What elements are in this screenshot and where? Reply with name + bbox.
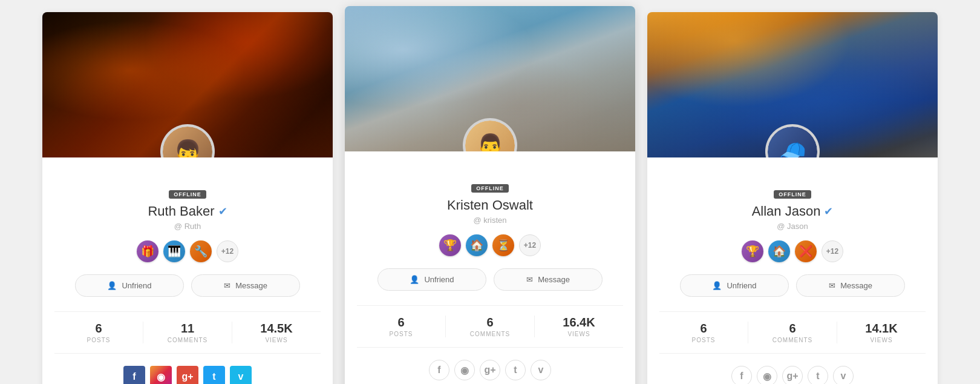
message-button[interactable]: ✉Message <box>796 274 905 297</box>
stat-value: 16.4K <box>535 316 623 329</box>
card-ruth-baker: 👦OFFLINERuth Baker✔@ Ruth🎁🎹🔧+12👤Unfriend… <box>42 12 333 384</box>
stats-row: 6POSTS6COMMENTS14.1KVIEWS <box>659 311 926 354</box>
message-icon: ✉ <box>526 275 533 284</box>
username-handle: @ Ruth <box>54 222 321 231</box>
social-vimeo-button[interactable]: v <box>230 366 252 384</box>
user-name: Kristen Oswalt <box>357 197 623 213</box>
stat-value: 14.5K <box>232 322 321 336</box>
stat-label: POSTS <box>659 337 748 343</box>
badges-row: 🏆🏠⏳+12 <box>357 234 623 256</box>
avatar: 👦 <box>160 124 215 157</box>
cover-image: 👨 <box>345 6 635 151</box>
unfriend-button[interactable]: 👤Unfriend <box>680 274 789 297</box>
social-facebook-button[interactable]: f <box>123 366 145 384</box>
username-handle: @ Jason <box>659 222 926 231</box>
social-instagram-button[interactable]: ◉ <box>757 366 777 384</box>
stat-label: VIEWS <box>837 337 926 343</box>
badges-row: 🏆🏠❌+12 <box>659 240 926 262</box>
social-facebook-button[interactable]: f <box>731 366 752 384</box>
badges-more: +12 <box>217 240 238 262</box>
unfriend-button[interactable]: 👤Unfriend <box>377 268 486 291</box>
stat-label: VIEWS <box>535 331 623 337</box>
stat-views: 14.1KVIEWS <box>837 322 926 343</box>
stat-label: VIEWS <box>232 337 321 343</box>
card-body: OFFLINERuth Baker✔@ Ruth🎁🎹🔧+12👤Unfriend✉… <box>42 157 333 384</box>
stat-views: 14.5KVIEWS <box>232 322 321 343</box>
unfriend-icon: 👤 <box>107 281 117 290</box>
stat-label: POSTS <box>54 337 143 343</box>
card-allan-jason: 🧢OFFLINEAllan Jason✔@ Jason🏆🏠❌+12👤Unfrie… <box>647 12 938 384</box>
verified-icon: ✔ <box>824 205 833 218</box>
unfriend-label: Unfriend <box>727 281 756 290</box>
badge-2: ⏳ <box>492 234 514 256</box>
verified-icon: ✔ <box>218 205 227 218</box>
social-row: f◉g+tv <box>659 366 926 384</box>
social-twitter-button[interactable]: t <box>203 366 225 384</box>
social-vimeo-button[interactable]: v <box>833 366 854 384</box>
stat-posts: 6POSTS <box>357 316 446 337</box>
avatar-image: 🧢 <box>768 127 817 157</box>
badge-0: 🏆 <box>742 240 763 262</box>
social-googleplus-button[interactable]: g+ <box>177 366 198 384</box>
message-button[interactable]: ✉Message <box>494 268 603 291</box>
stat-comments: 11COMMENTS <box>143 322 232 343</box>
user-name: Allan Jason✔ <box>659 204 926 219</box>
message-icon: ✉ <box>829 281 835 290</box>
social-twitter-button[interactable]: t <box>505 360 526 380</box>
social-googleplus-button[interactable]: g+ <box>782 366 803 384</box>
social-googleplus-button[interactable]: g+ <box>480 360 500 380</box>
badge-0: 🏆 <box>439 234 461 256</box>
message-button[interactable]: ✉Message <box>191 274 300 297</box>
badge-1: 🏠 <box>768 240 790 262</box>
card-body: OFFLINEAllan Jason✔@ Jason🏆🏠❌+12👤Unfrien… <box>647 157 938 384</box>
stat-value: 6 <box>748 322 837 336</box>
stat-value: 14.1K <box>837 322 926 336</box>
unfriend-button[interactable]: 👤Unfriend <box>75 274 184 297</box>
stats-row: 6POSTS11COMMENTS14.5KVIEWS <box>54 311 321 354</box>
card-body: OFFLINEKristen Oswalt@ kristen🏆🏠⏳+12👤Unf… <box>345 151 635 384</box>
stat-comments: 6COMMENTS <box>748 322 837 343</box>
unfriend-label: Unfriend <box>424 275 454 284</box>
actions-row: 👤Unfriend✉Message <box>357 268 623 291</box>
unfriend-icon: 👤 <box>712 281 722 290</box>
stat-views: 16.4KVIEWS <box>535 316 623 337</box>
status-badge: OFFLINE <box>169 190 206 199</box>
message-label: Message <box>235 281 267 290</box>
cover-image: 🧢 <box>647 12 938 157</box>
unfriend-label: Unfriend <box>122 281 151 290</box>
cards-container: 👦OFFLINERuth Baker✔@ Ruth🎁🎹🔧+12👤Unfriend… <box>42 12 938 384</box>
user-name: Ruth Baker✔ <box>54 204 321 219</box>
stat-comments: 6COMMENTS <box>446 316 535 337</box>
stat-value: 6 <box>357 316 445 329</box>
status-badge: OFFLINE <box>471 184 509 193</box>
badge-1: 🎹 <box>163 240 185 262</box>
avatar: 👨 <box>463 118 517 151</box>
name-text: Ruth Baker <box>148 204 214 219</box>
badges-row: 🎁🎹🔧+12 <box>54 240 321 262</box>
badge-2: 🔧 <box>190 240 212 262</box>
actions-row: 👤Unfriend✉Message <box>54 274 321 297</box>
badge-2: ❌ <box>795 240 817 262</box>
social-facebook-button[interactable]: f <box>429 360 449 380</box>
social-instagram-button[interactable]: ◉ <box>150 366 172 384</box>
name-text: Allan Jason <box>752 204 821 219</box>
social-row: f◉g+tv <box>357 360 623 384</box>
username-handle: @ kristen <box>357 216 623 225</box>
badges-more: +12 <box>519 234 541 256</box>
social-row: f◉g+tv <box>54 366 321 384</box>
social-instagram-button[interactable]: ◉ <box>454 360 475 380</box>
message-label: Message <box>538 275 570 284</box>
social-vimeo-button[interactable]: v <box>531 360 551 380</box>
social-twitter-button[interactable]: t <box>808 366 828 384</box>
message-label: Message <box>840 281 872 290</box>
avatar: 🧢 <box>765 124 820 157</box>
badge-1: 🏠 <box>466 234 488 256</box>
card-kristen-oswalt: 👨OFFLINEKristen Oswalt@ kristen🏆🏠⏳+12👤Un… <box>345 6 635 384</box>
actions-row: 👤Unfriend✉Message <box>659 274 926 297</box>
stat-value: 6 <box>659 322 748 336</box>
stat-label: COMMENTS <box>748 337 837 343</box>
avatar-image: 👨 <box>465 121 515 151</box>
badges-more: +12 <box>822 240 843 262</box>
stat-label: POSTS <box>357 331 445 337</box>
status-badge: OFFLINE <box>774 190 811 199</box>
